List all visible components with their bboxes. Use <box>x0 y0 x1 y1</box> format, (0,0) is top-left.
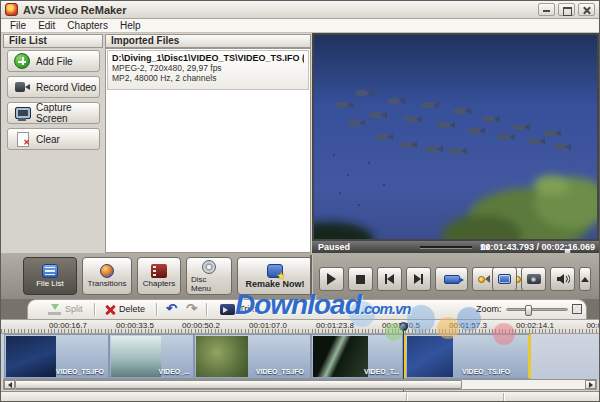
scroll-left-arrow[interactable] <box>4 380 15 389</box>
player-status-bar: Paused 1x 00:01:43.793 / 00:02:16.069 <box>312 241 599 253</box>
imported-files-list: D:\Diving_1\Disc1\VIDEO_TS\VIDEO_TS.IFO … <box>105 48 311 253</box>
tab-chapters[interactable]: Chapters <box>137 257 181 295</box>
marker-pin-icon <box>478 276 485 283</box>
delete-label: Delete <box>119 304 145 314</box>
playhead-pin[interactable] <box>399 322 408 331</box>
next-scene-icon <box>444 275 460 284</box>
video-preview[interactable] <box>312 33 599 241</box>
band-divider <box>310 255 312 297</box>
tab-file-list[interactable]: File List <box>23 257 77 295</box>
timeline-clip-3[interactable]: VIDEO_TS.IFO <box>194 334 311 379</box>
next-bar-icon <box>421 274 423 284</box>
trim-button[interactable]: Trim <box>220 300 257 318</box>
ruler-tick: 00:02:14.1 <box>505 321 565 330</box>
snapshot-button[interactable] <box>521 267 546 291</box>
remake-now-button[interactable]: Remake Now! <box>237 257 313 295</box>
fit-timeline-icon[interactable] <box>572 304 582 314</box>
next-triangle-icon <box>414 274 421 284</box>
remake-now-label: Remake Now! <box>245 279 304 289</box>
clear-button[interactable]: Clear <box>7 128 100 150</box>
volume-popup-button[interactable] <box>579 267 591 291</box>
ruler-tick: 00:00:33.5 <box>105 321 165 330</box>
trim-label: Trim <box>239 304 257 314</box>
add-icon <box>14 53 30 69</box>
timeline-scrollbar[interactable] <box>3 379 597 390</box>
monitor-icon <box>14 105 30 121</box>
ruler-tick: 00:01:23.8 <box>305 321 365 330</box>
transport-right-controls <box>492 267 591 291</box>
mode-tabs: File List Transitions Chapters Disc Menu… <box>23 257 313 295</box>
ruler-tick: 00:00:16.7 <box>38 321 98 330</box>
previous-frame-button[interactable] <box>377 267 402 291</box>
undo-button[interactable]: ↶ <box>166 300 177 318</box>
camera-icon <box>527 274 541 284</box>
zoom-slider[interactable] <box>506 308 568 311</box>
undo-icon: ↶ <box>166 301 177 317</box>
file-video-info: MPEG-2, 720x480, 29,97 fps <box>112 63 304 73</box>
prev-triangle-icon <box>387 274 394 284</box>
toolbar-separator <box>94 303 95 316</box>
tab-transitions[interactable]: Transitions <box>82 257 132 295</box>
timeline-clip-5-selected[interactable]: VIDEO_TS.IFO <box>403 334 531 379</box>
split-icon <box>48 304 61 315</box>
ruler-tick: 00:01:07.0 <box>238 321 298 330</box>
timeline-clip-1[interactable]: VIDEO_TS.IFO <box>4 334 109 379</box>
fullscreen-button[interactable] <box>492 267 517 291</box>
speed-slider[interactable] <box>420 246 472 248</box>
tab-chapters-label: Chapters <box>143 279 175 288</box>
disc-icon <box>202 260 216 274</box>
play-button[interactable] <box>319 267 344 291</box>
timeline-track[interactable]: VIDEO_TS.IFO VIDEO_... VIDEO_TS.IFO VIDE… <box>1 334 599 379</box>
delete-button[interactable]: Delete <box>104 300 145 318</box>
bottom-band: File List Transitions Chapters Disc Menu… <box>1 253 599 299</box>
next-frame-button[interactable] <box>406 267 431 291</box>
trim-icon <box>220 304 235 315</box>
imported-file-item[interactable]: D:\Diving_1\Disc1\VIDEO_TS\VIDEO_TS.IFO … <box>107 50 309 90</box>
ruler-tick: 00:00:50.2 <box>171 321 231 330</box>
window-title: AVS Video ReMaker <box>23 1 127 19</box>
scrollbar-thumb[interactable] <box>15 380 462 389</box>
minimize-button[interactable] <box>538 3 555 16</box>
clip-label: VIDEO_TS.IFO <box>56 368 104 375</box>
file-audio-info: MP2, 48000 Hz, 2 channels <box>112 73 304 83</box>
stop-icon <box>356 275 365 284</box>
timeline-ruler[interactable]: 00:00:16.7 00:00:33.5 00:00:50.2 00:01:0… <box>1 319 599 334</box>
scroll-right-arrow[interactable] <box>585 380 596 389</box>
capture-screen-label: Capture Screen <box>36 102 99 124</box>
clip-thumbnail <box>6 336 56 377</box>
delete-x-icon <box>104 304 115 315</box>
menu-help[interactable]: Help <box>114 19 147 32</box>
menu-edit[interactable]: Edit <box>32 19 61 32</box>
capture-screen-button[interactable]: Capture Screen <box>7 102 100 124</box>
menu-file[interactable]: File <box>4 19 32 32</box>
timeline-clip-2[interactable]: VIDEO_... <box>109 334 194 379</box>
next-scene-button[interactable] <box>435 267 468 291</box>
playback-status: Paused <box>318 241 350 253</box>
underwater-scene <box>314 35 597 239</box>
tab-file-list-label: File List <box>36 279 64 288</box>
app-icon <box>5 3 18 16</box>
zoom-slider-thumb[interactable] <box>525 305 532 316</box>
record-video-label: Record Video <box>36 82 96 93</box>
split-button[interactable]: Split <box>48 300 83 318</box>
record-video-button[interactable]: Record Video <box>7 76 100 98</box>
maximize-button[interactable] <box>558 3 575 16</box>
stop-button[interactable] <box>348 267 373 291</box>
fullscreen-icon <box>498 274 511 284</box>
clip-thumbnail <box>407 336 453 377</box>
timeline-toolbar: Split Delete ↶ ↷ Trim Zoom: <box>27 299 587 319</box>
menu-chapters[interactable]: Chapters <box>61 19 114 32</box>
tab-disc-menu[interactable]: Disc Menu <box>186 257 232 295</box>
remake-icon <box>267 264 283 278</box>
close-button[interactable] <box>578 3 595 16</box>
clip-label: VIDEO_T... <box>364 368 399 375</box>
timeline-clip-4[interactable]: VIDEO_T... <box>311 334 403 379</box>
split-label: Split <box>65 304 83 314</box>
volume-button[interactable] <box>550 267 575 291</box>
redo-button[interactable]: ↷ <box>186 300 197 318</box>
add-file-label: Add File <box>36 56 73 67</box>
file-name: D:\Diving_1\Disc1\VIDEO_TS\VIDEO_TS.IFO … <box>112 53 304 63</box>
camcorder-icon <box>14 79 30 95</box>
chevron-up-icon <box>581 277 589 282</box>
add-file-button[interactable]: Add File <box>7 50 100 72</box>
